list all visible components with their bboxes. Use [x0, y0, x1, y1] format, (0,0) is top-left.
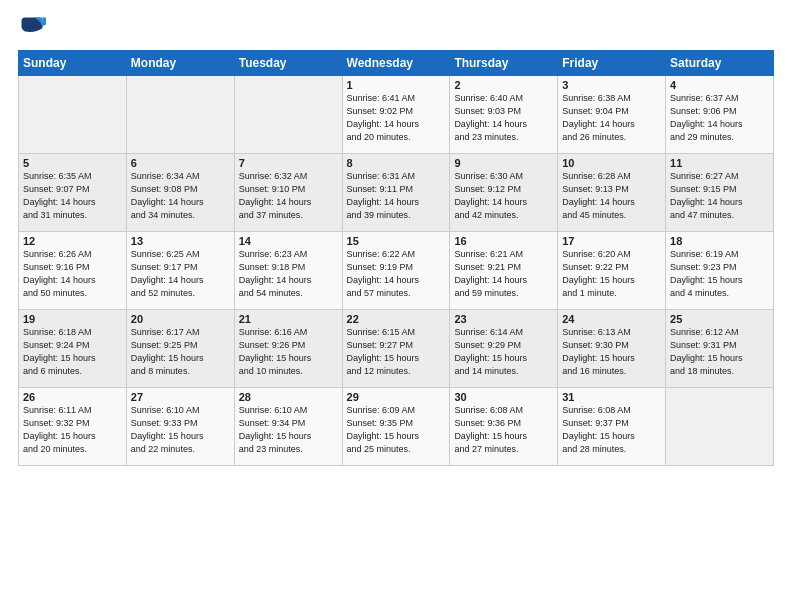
day-number: 27: [131, 391, 230, 403]
day-cell-33: 31Sunrise: 6:08 AM Sunset: 9:37 PM Dayli…: [558, 388, 666, 466]
day-cell-24: 22Sunrise: 6:15 AM Sunset: 9:27 PM Dayli…: [342, 310, 450, 388]
day-cell-12: 10Sunrise: 6:28 AM Sunset: 9:13 PM Dayli…: [558, 154, 666, 232]
day-number: 25: [670, 313, 769, 325]
weekday-header-tuesday: Tuesday: [234, 51, 342, 76]
day-cell-5: 3Sunrise: 6:38 AM Sunset: 9:04 PM Daylig…: [558, 76, 666, 154]
day-info: Sunrise: 6:19 AM Sunset: 9:23 PM Dayligh…: [670, 248, 769, 300]
day-cell-0: [19, 76, 127, 154]
week-row-4: 19Sunrise: 6:18 AM Sunset: 9:24 PM Dayli…: [19, 310, 774, 388]
day-cell-30: 28Sunrise: 6:10 AM Sunset: 9:34 PM Dayli…: [234, 388, 342, 466]
day-info: Sunrise: 6:17 AM Sunset: 9:25 PM Dayligh…: [131, 326, 230, 378]
day-cell-3: 1Sunrise: 6:41 AM Sunset: 9:02 PM Daylig…: [342, 76, 450, 154]
day-number: 2: [454, 79, 553, 91]
day-info: Sunrise: 6:35 AM Sunset: 9:07 PM Dayligh…: [23, 170, 122, 222]
day-number: 16: [454, 235, 553, 247]
day-info: Sunrise: 6:16 AM Sunset: 9:26 PM Dayligh…: [239, 326, 338, 378]
day-info: Sunrise: 6:11 AM Sunset: 9:32 PM Dayligh…: [23, 404, 122, 456]
day-cell-29: 27Sunrise: 6:10 AM Sunset: 9:33 PM Dayli…: [126, 388, 234, 466]
week-row-5: 26Sunrise: 6:11 AM Sunset: 9:32 PM Dayli…: [19, 388, 774, 466]
day-cell-31: 29Sunrise: 6:09 AM Sunset: 9:35 PM Dayli…: [342, 388, 450, 466]
day-cell-13: 11Sunrise: 6:27 AM Sunset: 9:15 PM Dayli…: [666, 154, 774, 232]
day-cell-19: 17Sunrise: 6:20 AM Sunset: 9:22 PM Dayli…: [558, 232, 666, 310]
calendar-header: SundayMondayTuesdayWednesdayThursdayFrid…: [19, 51, 774, 76]
logo-icon: [18, 14, 46, 42]
day-info: Sunrise: 6:26 AM Sunset: 9:16 PM Dayligh…: [23, 248, 122, 300]
weekday-header-wednesday: Wednesday: [342, 51, 450, 76]
day-info: Sunrise: 6:30 AM Sunset: 9:12 PM Dayligh…: [454, 170, 553, 222]
calendar-body: 1Sunrise: 6:41 AM Sunset: 9:02 PM Daylig…: [19, 76, 774, 466]
day-cell-18: 16Sunrise: 6:21 AM Sunset: 9:21 PM Dayli…: [450, 232, 558, 310]
day-number: 18: [670, 235, 769, 247]
day-number: 19: [23, 313, 122, 325]
day-info: Sunrise: 6:28 AM Sunset: 9:13 PM Dayligh…: [562, 170, 661, 222]
day-info: Sunrise: 6:37 AM Sunset: 9:06 PM Dayligh…: [670, 92, 769, 144]
day-info: Sunrise: 6:12 AM Sunset: 9:31 PM Dayligh…: [670, 326, 769, 378]
day-cell-2: [234, 76, 342, 154]
day-cell-21: 19Sunrise: 6:18 AM Sunset: 9:24 PM Dayli…: [19, 310, 127, 388]
day-cell-11: 9Sunrise: 6:30 AM Sunset: 9:12 PM Daylig…: [450, 154, 558, 232]
day-info: Sunrise: 6:14 AM Sunset: 9:29 PM Dayligh…: [454, 326, 553, 378]
day-number: 23: [454, 313, 553, 325]
day-info: Sunrise: 6:08 AM Sunset: 9:36 PM Dayligh…: [454, 404, 553, 456]
day-number: 28: [239, 391, 338, 403]
weekday-row: SundayMondayTuesdayWednesdayThursdayFrid…: [19, 51, 774, 76]
day-cell-7: 5Sunrise: 6:35 AM Sunset: 9:07 PM Daylig…: [19, 154, 127, 232]
day-info: Sunrise: 6:34 AM Sunset: 9:08 PM Dayligh…: [131, 170, 230, 222]
day-number: 5: [23, 157, 122, 169]
day-number: 17: [562, 235, 661, 247]
day-number: 13: [131, 235, 230, 247]
day-cell-23: 21Sunrise: 6:16 AM Sunset: 9:26 PM Dayli…: [234, 310, 342, 388]
day-number: 26: [23, 391, 122, 403]
day-number: 22: [347, 313, 446, 325]
day-cell-14: 12Sunrise: 6:26 AM Sunset: 9:16 PM Dayli…: [19, 232, 127, 310]
logo: [18, 14, 50, 42]
weekday-header-sunday: Sunday: [19, 51, 127, 76]
day-info: Sunrise: 6:23 AM Sunset: 9:18 PM Dayligh…: [239, 248, 338, 300]
week-row-1: 1Sunrise: 6:41 AM Sunset: 9:02 PM Daylig…: [19, 76, 774, 154]
day-info: Sunrise: 6:21 AM Sunset: 9:21 PM Dayligh…: [454, 248, 553, 300]
calendar-table: SundayMondayTuesdayWednesdayThursdayFrid…: [18, 50, 774, 466]
day-number: 10: [562, 157, 661, 169]
day-cell-8: 6Sunrise: 6:34 AM Sunset: 9:08 PM Daylig…: [126, 154, 234, 232]
day-number: 14: [239, 235, 338, 247]
day-number: 31: [562, 391, 661, 403]
day-number: 8: [347, 157, 446, 169]
day-cell-16: 14Sunrise: 6:23 AM Sunset: 9:18 PM Dayli…: [234, 232, 342, 310]
day-number: 20: [131, 313, 230, 325]
day-info: Sunrise: 6:25 AM Sunset: 9:17 PM Dayligh…: [131, 248, 230, 300]
day-number: 29: [347, 391, 446, 403]
day-info: Sunrise: 6:38 AM Sunset: 9:04 PM Dayligh…: [562, 92, 661, 144]
day-number: 21: [239, 313, 338, 325]
day-info: Sunrise: 6:40 AM Sunset: 9:03 PM Dayligh…: [454, 92, 553, 144]
calendar-page: SundayMondayTuesdayWednesdayThursdayFrid…: [0, 0, 792, 612]
day-number: 11: [670, 157, 769, 169]
day-info: Sunrise: 6:13 AM Sunset: 9:30 PM Dayligh…: [562, 326, 661, 378]
day-info: Sunrise: 6:15 AM Sunset: 9:27 PM Dayligh…: [347, 326, 446, 378]
day-number: 12: [23, 235, 122, 247]
day-number: 15: [347, 235, 446, 247]
day-cell-25: 23Sunrise: 6:14 AM Sunset: 9:29 PM Dayli…: [450, 310, 558, 388]
day-number: 3: [562, 79, 661, 91]
day-info: Sunrise: 6:41 AM Sunset: 9:02 PM Dayligh…: [347, 92, 446, 144]
day-info: Sunrise: 6:20 AM Sunset: 9:22 PM Dayligh…: [562, 248, 661, 300]
day-cell-32: 30Sunrise: 6:08 AM Sunset: 9:36 PM Dayli…: [450, 388, 558, 466]
day-cell-1: [126, 76, 234, 154]
day-info: Sunrise: 6:09 AM Sunset: 9:35 PM Dayligh…: [347, 404, 446, 456]
day-cell-22: 20Sunrise: 6:17 AM Sunset: 9:25 PM Dayli…: [126, 310, 234, 388]
day-cell-20: 18Sunrise: 6:19 AM Sunset: 9:23 PM Dayli…: [666, 232, 774, 310]
day-number: 1: [347, 79, 446, 91]
day-info: Sunrise: 6:10 AM Sunset: 9:33 PM Dayligh…: [131, 404, 230, 456]
day-cell-10: 8Sunrise: 6:31 AM Sunset: 9:11 PM Daylig…: [342, 154, 450, 232]
week-row-3: 12Sunrise: 6:26 AM Sunset: 9:16 PM Dayli…: [19, 232, 774, 310]
day-info: Sunrise: 6:08 AM Sunset: 9:37 PM Dayligh…: [562, 404, 661, 456]
day-cell-27: 25Sunrise: 6:12 AM Sunset: 9:31 PM Dayli…: [666, 310, 774, 388]
day-info: Sunrise: 6:22 AM Sunset: 9:19 PM Dayligh…: [347, 248, 446, 300]
day-number: 24: [562, 313, 661, 325]
weekday-header-friday: Friday: [558, 51, 666, 76]
week-row-2: 5Sunrise: 6:35 AM Sunset: 9:07 PM Daylig…: [19, 154, 774, 232]
day-number: 4: [670, 79, 769, 91]
day-cell-6: 4Sunrise: 6:37 AM Sunset: 9:06 PM Daylig…: [666, 76, 774, 154]
day-cell-9: 7Sunrise: 6:32 AM Sunset: 9:10 PM Daylig…: [234, 154, 342, 232]
weekday-header-saturday: Saturday: [666, 51, 774, 76]
day-info: Sunrise: 6:31 AM Sunset: 9:11 PM Dayligh…: [347, 170, 446, 222]
